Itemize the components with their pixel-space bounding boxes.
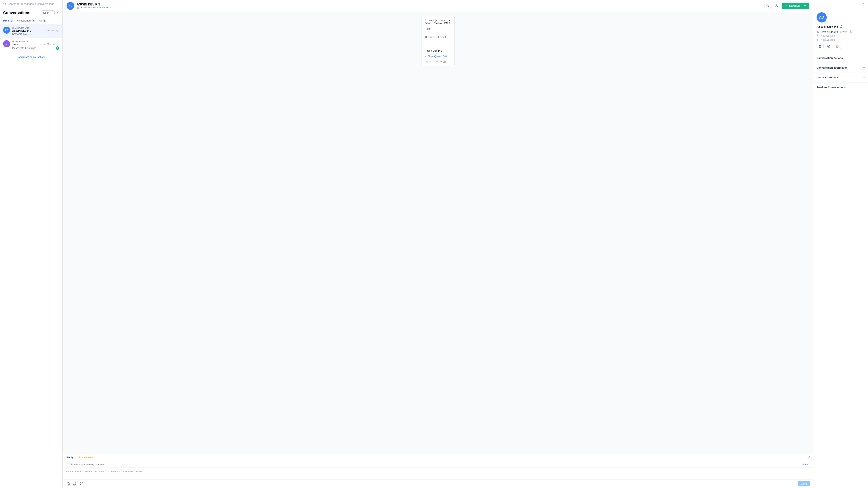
- toolbar-left: [66, 481, 84, 486]
- chevron-down-icon: [50, 12, 53, 14]
- attachment-button[interactable]: [72, 481, 78, 486]
- conversation-information-expand[interactable]: +: [863, 66, 865, 70]
- previous-conversations-expand[interactable]: +: [863, 85, 865, 89]
- email-body: Hello, This is a test email. -- Aswin De…: [425, 27, 451, 58]
- previous-conversations-section[interactable]: Previous Conversations +: [813, 83, 868, 92]
- right-panel-expand-button[interactable]: [862, 2, 865, 6]
- reply-input[interactable]: Shift + enter for new line. Start with '…: [63, 468, 813, 479]
- show-quoted-text-button[interactable]: Show Quoted Text: [425, 55, 451, 58]
- email-small-icon: [77, 7, 79, 9]
- svg-point-9: [767, 5, 769, 7]
- conversation-actions-expand[interactable]: +: [863, 56, 865, 60]
- conversations-title: Conversations: [3, 10, 30, 15]
- reply-tab-private-note[interactable]: Private Note: [78, 454, 94, 461]
- header-contact-name: ASWIN DEV P S: [77, 3, 109, 6]
- contact-attributes-expand[interactable]: +: [863, 75, 865, 79]
- trash-icon: [836, 45, 839, 48]
- email-footer: Nov 24, 12:47 PM: [425, 60, 451, 63]
- main-header: AD ASWIN DEV P S Chatwoot Email Close de…: [63, 0, 813, 12]
- reply-tab-reply[interactable]: Reply: [66, 454, 74, 461]
- attachment-icon: [73, 482, 77, 486]
- conversation-source: Acme Support: [12, 40, 59, 43]
- contact-avatar-large: AD: [816, 12, 827, 23]
- delete-contact-button[interactable]: [834, 43, 841, 49]
- header-avatar: AD: [66, 2, 74, 10]
- tab-all[interactable]: All 2: [39, 18, 46, 24]
- contact-card-name: ASWIN DEV P S: [816, 25, 865, 28]
- search-conversation-button[interactable]: [765, 3, 771, 9]
- send-button[interactable]: Send: [798, 481, 810, 486]
- add-bcc-button[interactable]: Add bcc: [802, 463, 810, 466]
- conversation-information-section[interactable]: Conversation Information +: [813, 63, 868, 73]
- email-icon: [816, 30, 819, 33]
- copy-icon[interactable]: [849, 30, 852, 33]
- conversation-content: Chatwoot Email ASWIN DEV P S 4 minutes a…: [12, 27, 59, 35]
- conversation-preview: Please rate the support 1: [12, 46, 59, 50]
- search-icon: [766, 4, 769, 7]
- sidebar: Search for messages in conversations Con…: [0, 0, 63, 488]
- contact-attributes-section[interactable]: Contact Attributes +: [813, 73, 868, 83]
- share-icon: [775, 4, 778, 7]
- conversation-tabs: Mine 2 Unassigned 0 All 2: [0, 18, 62, 24]
- close-details-link[interactable]: Close details: [95, 6, 109, 9]
- edit-icon: [819, 45, 822, 48]
- svg-rect-20: [850, 31, 852, 33]
- svg-rect-21: [817, 39, 819, 41]
- quote-button[interactable]: [79, 481, 84, 486]
- cc-input[interactable]: [71, 463, 802, 466]
- load-more-button[interactable]: Load more conversations: [0, 53, 62, 62]
- phone-icon: [816, 34, 819, 37]
- conversation-area: To: aswin@chatwoot.com Subject: Chatwoot…: [63, 12, 813, 454]
- email-signature: -- Aswin Dev P S: [425, 45, 451, 53]
- edit-contact-button[interactable]: [816, 43, 824, 49]
- emoji-button[interactable]: [66, 481, 71, 486]
- resolve-button[interactable]: Resolve: [782, 3, 809, 9]
- cc-label: CC: [66, 463, 69, 466]
- reply-tabs: Reply Private Note: [63, 454, 813, 461]
- check-icon: [785, 4, 787, 7]
- conversation-meta: Jane about 22 hours ago: [12, 43, 59, 46]
- reply-area: Reply Private Note CC Add bcc Shift + en…: [63, 454, 813, 488]
- sidebar-controls: Open: [41, 10, 59, 15]
- conversation-item-1[interactable]: AD Chatwoot Email ASWIN DEV P S 4 minute…: [0, 24, 62, 38]
- right-panel-header: [813, 0, 868, 8]
- svg-line-10: [768, 6, 769, 7]
- briefcase-icon: [816, 38, 819, 41]
- mine-badge: 2: [10, 19, 13, 22]
- conversation-list: AD Chatwoot Email ASWIN DEV P S 4 minute…: [0, 24, 62, 488]
- svg-line-13: [809, 456, 810, 457]
- external-link-icon: [840, 25, 842, 28]
- resolve-dropdown-chevron[interactable]: [802, 4, 806, 7]
- globe-icon: [12, 40, 14, 42]
- quote-icon: [80, 482, 83, 486]
- conversation-actions-section[interactable]: Conversation Actions +: [813, 53, 868, 63]
- share-button[interactable]: [773, 3, 780, 9]
- conversation-preview: Chatwoot IMAP: [12, 33, 59, 35]
- svg-point-15: [67, 482, 70, 485]
- open-filter-button[interactable]: Open: [41, 10, 55, 15]
- reply-toolbar: Send: [63, 479, 813, 488]
- search-icon: [3, 2, 6, 5]
- contact-card: AD ASWIN DEV P S aswindevps@gmail.com No…: [813, 8, 868, 53]
- filter-button[interactable]: [56, 11, 59, 15]
- new-conversation-button[interactable]: [825, 43, 832, 49]
- filter-icon: [56, 11, 59, 14]
- svg-point-0: [3, 3, 6, 5]
- email-footer-icon: [443, 60, 446, 63]
- search-bar[interactable]: Search for messages in conversations: [0, 0, 62, 8]
- contact-phone: Not Available: [816, 34, 865, 37]
- header-actions: Resolve: [765, 3, 809, 9]
- chevron-down-icon: [425, 55, 427, 58]
- tab-mine[interactable]: Mine 2: [3, 18, 13, 24]
- conversation-meta: ASWIN DEV P S 4 minutes ago: [12, 29, 59, 32]
- tab-unassigned[interactable]: Unassigned 0: [17, 18, 35, 24]
- email-meta: To: aswin@chatwoot.com Subject: Chatwoot…: [425, 19, 451, 25]
- search-placeholder: Search for messages in conversations: [8, 2, 54, 5]
- contact-company: Not Available: [816, 38, 865, 41]
- header-inbox-tag: Chatwoot Email Close details: [77, 6, 109, 9]
- svg-line-1: [5, 4, 6, 5]
- expand-reply-button[interactable]: [807, 454, 810, 461]
- chevron-right-icon: [862, 2, 865, 5]
- conversation-item-2[interactable]: J Acme Support Jane about 22 hours ago P…: [0, 38, 62, 53]
- conversation-source: Chatwoot Email: [12, 27, 59, 29]
